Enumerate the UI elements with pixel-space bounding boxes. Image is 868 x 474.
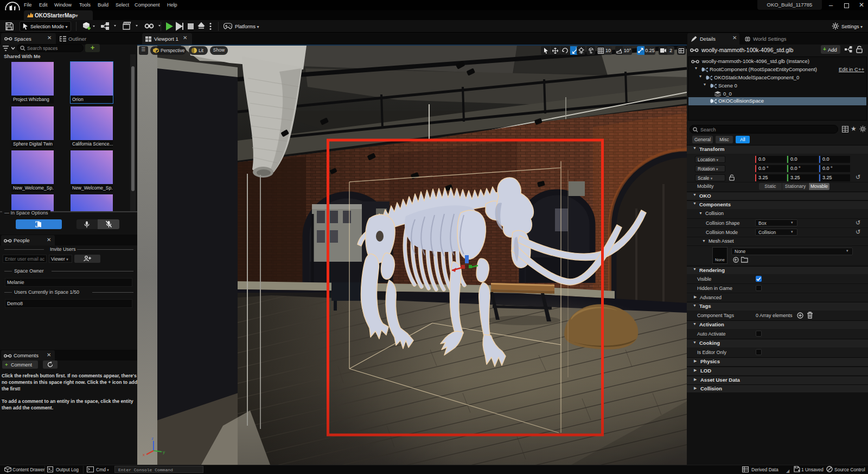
- svg-text:z: z: [151, 436, 154, 441]
- svg-text:y: y: [163, 450, 165, 454]
- svg-text:x: x: [143, 452, 145, 457]
